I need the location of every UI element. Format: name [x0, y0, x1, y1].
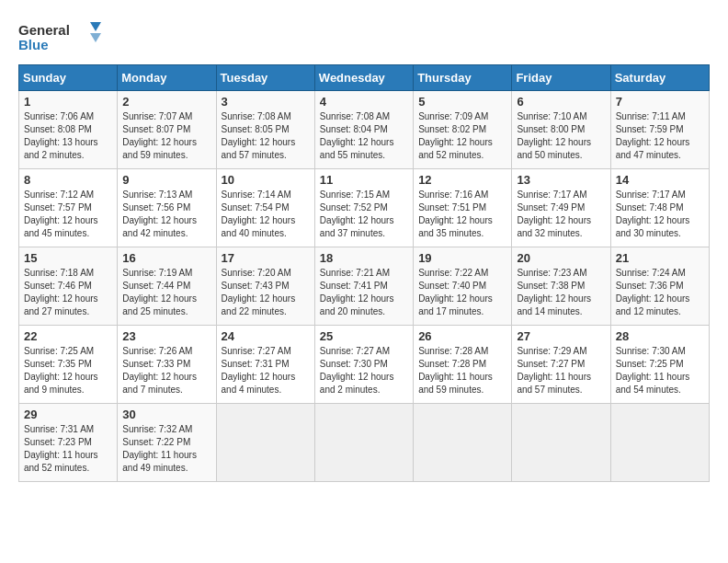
- calendar-cell: 13 Sunrise: 7:17 AMSunset: 7:49 PMDaylig…: [512, 169, 610, 247]
- day-info: Sunrise: 7:08 AMSunset: 8:04 PMDaylight:…: [320, 110, 408, 162]
- calendar-cell: 1 Sunrise: 7:06 AMSunset: 8:08 PMDayligh…: [19, 91, 118, 169]
- calendar-cell: 2 Sunrise: 7:07 AMSunset: 8:07 PMDayligh…: [118, 91, 216, 169]
- calendar-cell: [512, 404, 610, 482]
- day-info: Sunrise: 7:14 AMSunset: 7:54 PMDaylight:…: [222, 189, 310, 240]
- day-number: 5: [418, 95, 506, 109]
- day-number: 6: [517, 95, 605, 109]
- calendar-week-3: 15 Sunrise: 7:18 AMSunset: 7:46 PMDaylig…: [19, 247, 710, 326]
- weekday-header-friday: Friday: [512, 65, 610, 91]
- weekday-header-saturday: Saturday: [610, 65, 709, 91]
- weekday-header-wednesday: Wednesday: [314, 65, 413, 91]
- calendar-cell: 6 Sunrise: 7:10 AMSunset: 8:00 PMDayligh…: [512, 91, 610, 169]
- calendar-cell: 19 Sunrise: 7:22 AMSunset: 7:40 PMDaylig…: [414, 247, 512, 326]
- day-number: 15: [24, 251, 112, 265]
- day-number: 13: [517, 173, 605, 187]
- day-number: 18: [320, 251, 408, 265]
- day-number: 3: [222, 95, 310, 109]
- calendar-cell: [216, 404, 314, 482]
- day-info: Sunrise: 7:28 AMSunset: 7:28 PMDaylight:…: [418, 345, 506, 396]
- calendar-cell: 27 Sunrise: 7:29 AMSunset: 7:27 PMDaylig…: [512, 326, 610, 404]
- day-number: 24: [222, 329, 310, 343]
- day-info: Sunrise: 7:06 AMSunset: 8:08 PMDaylight:…: [24, 110, 112, 162]
- calendar-cell: 7 Sunrise: 7:11 AMSunset: 7:59 PMDayligh…: [610, 91, 709, 169]
- calendar-week-5: 29 Sunrise: 7:31 AMSunset: 7:23 PMDaylig…: [19, 404, 710, 482]
- calendar-table: SundayMondayTuesdayWednesdayThursdayFrid…: [18, 64, 710, 482]
- calendar-cell: 26 Sunrise: 7:28 AMSunset: 7:28 PMDaylig…: [414, 326, 512, 404]
- day-number: 17: [222, 251, 310, 265]
- calendar-cell: [414, 404, 512, 482]
- day-info: Sunrise: 7:27 AMSunset: 7:31 PMDaylight:…: [222, 345, 310, 396]
- calendar-cell: 14 Sunrise: 7:17 AMSunset: 7:48 PMDaylig…: [610, 169, 709, 247]
- day-number: 10: [222, 173, 310, 187]
- day-info: Sunrise: 7:26 AMSunset: 7:33 PMDaylight:…: [122, 345, 210, 396]
- day-number: 8: [24, 173, 112, 187]
- weekday-header-tuesday: Tuesday: [216, 65, 314, 91]
- day-number: 26: [418, 329, 506, 343]
- day-info: Sunrise: 7:24 AMSunset: 7:36 PMDaylight:…: [616, 267, 704, 318]
- day-info: Sunrise: 7:18 AMSunset: 7:46 PMDaylight:…: [24, 267, 112, 318]
- calendar-cell: 5 Sunrise: 7:09 AMSunset: 8:02 PMDayligh…: [414, 91, 512, 169]
- logo: General Blue: [18, 18, 101, 55]
- page-header: General Blue: [18, 18, 710, 55]
- calendar-week-2: 8 Sunrise: 7:12 AMSunset: 7:57 PMDayligh…: [19, 169, 710, 247]
- day-info: Sunrise: 7:25 AMSunset: 7:35 PMDaylight:…: [24, 345, 112, 396]
- calendar-cell: 16 Sunrise: 7:19 AMSunset: 7:44 PMDaylig…: [118, 247, 216, 326]
- svg-marker-3: [90, 33, 101, 42]
- calendar-cell: 12 Sunrise: 7:16 AMSunset: 7:51 PMDaylig…: [414, 169, 512, 247]
- day-number: 23: [122, 329, 210, 343]
- calendar-cell: 17 Sunrise: 7:20 AMSunset: 7:43 PMDaylig…: [216, 247, 314, 326]
- day-info: Sunrise: 7:20 AMSunset: 7:43 PMDaylight:…: [222, 267, 310, 318]
- day-info: Sunrise: 7:07 AMSunset: 8:07 PMDaylight:…: [122, 110, 210, 162]
- calendar-cell: 24 Sunrise: 7:27 AMSunset: 7:31 PMDaylig…: [216, 326, 314, 404]
- day-info: Sunrise: 7:13 AMSunset: 7:56 PMDaylight:…: [122, 189, 210, 240]
- day-number: 7: [616, 95, 704, 109]
- day-info: Sunrise: 7:21 AMSunset: 7:41 PMDaylight:…: [320, 267, 408, 318]
- calendar-cell: 3 Sunrise: 7:08 AMSunset: 8:05 PMDayligh…: [216, 91, 314, 169]
- calendar-cell: [314, 404, 413, 482]
- calendar-cell: 11 Sunrise: 7:15 AMSunset: 7:52 PMDaylig…: [314, 169, 413, 247]
- calendar-cell: 30 Sunrise: 7:32 AMSunset: 7:22 PMDaylig…: [118, 404, 216, 482]
- calendar-cell: 23 Sunrise: 7:26 AMSunset: 7:33 PMDaylig…: [118, 326, 216, 404]
- calendar-week-1: 1 Sunrise: 7:06 AMSunset: 8:08 PMDayligh…: [19, 91, 710, 169]
- day-info: Sunrise: 7:17 AMSunset: 7:49 PMDaylight:…: [517, 189, 605, 240]
- weekday-row: SundayMondayTuesdayWednesdayThursdayFrid…: [19, 65, 710, 91]
- svg-text:Blue: Blue: [18, 37, 49, 52]
- day-info: Sunrise: 7:27 AMSunset: 7:30 PMDaylight:…: [320, 345, 408, 396]
- calendar-cell: 4 Sunrise: 7:08 AMSunset: 8:04 PMDayligh…: [314, 91, 413, 169]
- calendar-cell: 10 Sunrise: 7:14 AMSunset: 7:54 PMDaylig…: [216, 169, 314, 247]
- day-info: Sunrise: 7:08 AMSunset: 8:05 PMDaylight:…: [222, 110, 310, 162]
- calendar-cell: 18 Sunrise: 7:21 AMSunset: 7:41 PMDaylig…: [314, 247, 413, 326]
- day-number: 14: [616, 173, 704, 187]
- day-info: Sunrise: 7:15 AMSunset: 7:52 PMDaylight:…: [320, 189, 408, 240]
- calendar-cell: 22 Sunrise: 7:25 AMSunset: 7:35 PMDaylig…: [19, 326, 118, 404]
- day-info: Sunrise: 7:32 AMSunset: 7:22 PMDaylight:…: [122, 423, 210, 475]
- svg-marker-2: [90, 22, 101, 31]
- calendar-cell: 25 Sunrise: 7:27 AMSunset: 7:30 PMDaylig…: [314, 326, 413, 404]
- weekday-header-thursday: Thursday: [414, 65, 512, 91]
- day-info: Sunrise: 7:09 AMSunset: 8:02 PMDaylight:…: [418, 110, 506, 162]
- logo-svg: General Blue: [18, 18, 101, 55]
- day-info: Sunrise: 7:31 AMSunset: 7:23 PMDaylight:…: [24, 423, 112, 475]
- calendar-cell: 9 Sunrise: 7:13 AMSunset: 7:56 PMDayligh…: [118, 169, 216, 247]
- day-info: Sunrise: 7:30 AMSunset: 7:25 PMDaylight:…: [616, 345, 704, 396]
- weekday-header-sunday: Sunday: [19, 65, 118, 91]
- day-number: 20: [517, 251, 605, 265]
- weekday-header-monday: Monday: [118, 65, 216, 91]
- calendar-cell: 15 Sunrise: 7:18 AMSunset: 7:46 PMDaylig…: [19, 247, 118, 326]
- day-number: 25: [320, 329, 408, 343]
- day-info: Sunrise: 7:10 AMSunset: 8:00 PMDaylight:…: [517, 110, 605, 162]
- calendar-cell: 8 Sunrise: 7:12 AMSunset: 7:57 PMDayligh…: [19, 169, 118, 247]
- day-number: 28: [616, 329, 704, 343]
- day-number: 9: [122, 173, 210, 187]
- day-number: 27: [517, 329, 605, 343]
- day-info: Sunrise: 7:19 AMSunset: 7:44 PMDaylight:…: [122, 267, 210, 318]
- day-number: 11: [320, 173, 408, 187]
- day-info: Sunrise: 7:22 AMSunset: 7:40 PMDaylight:…: [418, 267, 506, 318]
- day-info: Sunrise: 7:16 AMSunset: 7:51 PMDaylight:…: [418, 189, 506, 240]
- day-number: 2: [122, 95, 210, 109]
- calendar-cell: 21 Sunrise: 7:24 AMSunset: 7:36 PMDaylig…: [610, 247, 709, 326]
- day-info: Sunrise: 7:11 AMSunset: 7:59 PMDaylight:…: [616, 110, 704, 162]
- day-info: Sunrise: 7:12 AMSunset: 7:57 PMDaylight:…: [24, 189, 112, 240]
- day-number: 12: [418, 173, 506, 187]
- calendar-body: 1 Sunrise: 7:06 AMSunset: 8:08 PMDayligh…: [19, 91, 710, 482]
